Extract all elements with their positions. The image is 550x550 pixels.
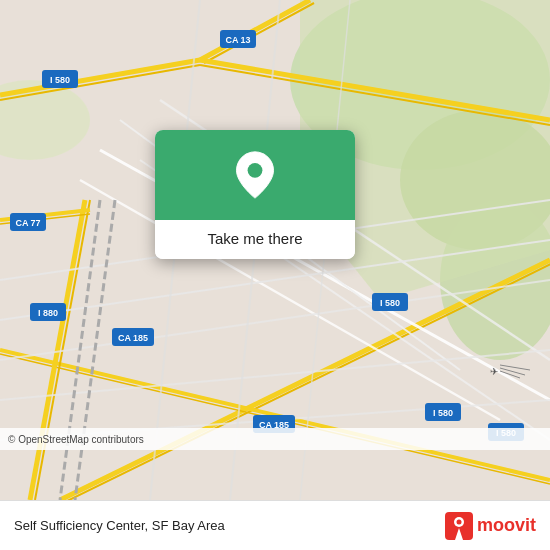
attribution-text: © OpenStreetMap contributors [8, 434, 144, 445]
svg-text:I 580: I 580 [50, 75, 70, 85]
bottom-bar: Self Sufficiency Center, SF Bay Area moo… [0, 500, 550, 550]
svg-text:I 580: I 580 [380, 298, 400, 308]
svg-text:✈: ✈ [490, 366, 498, 377]
moovit-logo: moovit [445, 512, 536, 540]
location-name: Self Sufficiency Center, SF Bay Area [14, 518, 225, 533]
svg-text:I 580: I 580 [433, 408, 453, 418]
svg-text:CA 77: CA 77 [15, 218, 40, 228]
popup-card[interactable]: Take me there [155, 130, 355, 259]
take-me-there-button[interactable]: Take me there [155, 220, 355, 259]
svg-point-57 [248, 163, 263, 178]
svg-text:CA 185: CA 185 [118, 333, 148, 343]
popup-green-area [155, 130, 355, 220]
moovit-text: moovit [477, 515, 536, 536]
location-pin-icon [233, 150, 277, 200]
svg-point-61 [456, 519, 461, 524]
svg-text:I 880: I 880 [38, 308, 58, 318]
map-container: I 580 CA 13 CA 77 I 880 CA 185 CA 185 I … [0, 0, 550, 500]
attribution-bar: © OpenStreetMap contributors [0, 428, 550, 450]
svg-text:CA 13: CA 13 [225, 35, 250, 45]
moovit-icon [445, 512, 473, 540]
